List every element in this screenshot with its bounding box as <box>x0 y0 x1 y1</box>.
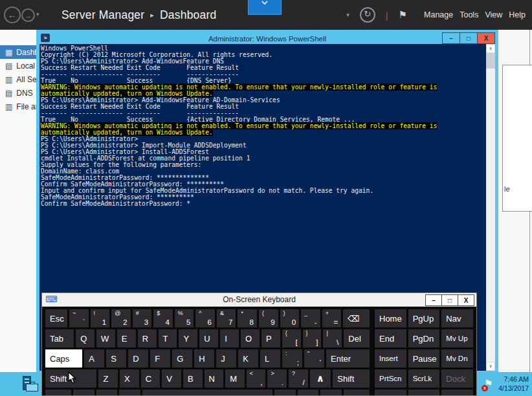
key-1[interactable]: !1 <box>91 309 110 327</box>
key-v[interactable]: V <box>162 369 181 388</box>
key-u[interactable]: U <box>199 329 218 347</box>
scrollbar-track[interactable] <box>486 69 495 362</box>
key-clipped[interactable] <box>45 390 71 396</box>
key-symbol[interactable]: {[ <box>282 329 301 347</box>
key-clipped[interactable] <box>320 390 342 396</box>
key-r[interactable]: R <box>138 329 157 347</box>
key-f[interactable]: F <box>150 349 170 368</box>
key-h[interactable]: H <box>194 349 214 368</box>
key-0[interactable]: )0 <box>280 309 300 327</box>
key-mv-up[interactable]: Mv Up <box>441 329 473 347</box>
key-y[interactable]: Y <box>179 329 197 347</box>
key-symbol[interactable]: ⌫ <box>343 309 370 327</box>
key-mv-dn[interactable]: Mv Dn <box>441 349 473 368</box>
key-symbol[interactable]: "' <box>304 349 324 368</box>
menu-tools[interactable]: Tools <box>460 10 478 19</box>
forward-icon[interactable]: → <box>21 8 35 22</box>
key-symbol[interactable]: :; <box>282 349 302 368</box>
breadcrumb-root[interactable]: Server Manager <box>61 8 144 22</box>
key-symbol[interactable]: }] <box>303 329 322 347</box>
scroll-up-icon[interactable]: ∧ <box>486 44 495 53</box>
osk-titlebar[interactable]: ⌨ On-Screen Keyboard – □ X <box>42 293 476 307</box>
key-symbol[interactable]: ?/ <box>289 369 308 388</box>
key-tab[interactable]: Tab <box>45 329 74 347</box>
taskbar-clock[interactable]: 7:46 AM 4/13/2017 <box>498 375 532 393</box>
key-clipped[interactable] <box>142 390 272 396</box>
back-icon[interactable]: ← <box>4 6 21 23</box>
sidebar-item-local-server[interactable]: ▤Local Server <box>0 59 40 72</box>
key-clipped[interactable] <box>441 390 473 396</box>
key-w[interactable]: W <box>96 329 115 347</box>
nav-dropdown-icon[interactable]: ▾ <box>36 11 39 17</box>
key-clipped[interactable] <box>96 390 118 396</box>
key-g[interactable]: G <box>172 349 192 368</box>
key-home[interactable]: Home <box>375 309 406 327</box>
key-symbol[interactable]: |\ <box>323 329 342 347</box>
key-clipped[interactable] <box>375 390 406 396</box>
key-clipped[interactable] <box>274 390 296 396</box>
osk-maximize-button[interactable]: □ <box>441 294 458 306</box>
key-enter[interactable]: Enter <box>326 349 370 368</box>
key-q[interactable]: Q <box>76 329 94 347</box>
key-d[interactable]: D <box>128 349 148 368</box>
refresh-icon[interactable]: ↻ <box>360 7 375 23</box>
osk-close-button[interactable]: X <box>458 294 474 306</box>
key-pgdn[interactable]: PgDn <box>408 329 440 347</box>
key-symbol[interactable]: ∧ <box>310 369 331 388</box>
dock-tab[interactable] <box>248 0 282 15</box>
key-x[interactable]: X <box>120 369 139 388</box>
sidebar-item-dns[interactable]: ▤DNS <box>0 86 40 100</box>
key-del[interactable]: Del <box>344 329 370 347</box>
key-8[interactable]: *8 <box>238 309 257 327</box>
scroll-down-icon[interactable]: ∨ <box>486 362 495 371</box>
key-symbol[interactable]: <, <box>247 369 266 388</box>
key-n[interactable]: N <box>205 369 224 388</box>
key-p[interactable]: P <box>261 329 280 347</box>
key-l[interactable]: L <box>260 349 280 368</box>
key-t[interactable]: T <box>159 329 177 347</box>
key-caps[interactable]: Caps <box>45 349 82 368</box>
key-clipped[interactable] <box>73 390 94 396</box>
key-6[interactable]: ^6 <box>195 309 215 327</box>
key-clipped[interactable] <box>344 390 370 396</box>
key-esc[interactable]: Esc <box>45 309 67 327</box>
key-9[interactable]: (9 <box>259 309 278 327</box>
key-clipped[interactable] <box>408 390 440 396</box>
osk-minimize-button[interactable]: – <box>425 294 442 306</box>
minimize-button[interactable]: – <box>442 32 460 44</box>
key-s[interactable]: S <box>106 349 126 368</box>
key-m[interactable]: M <box>225 369 245 388</box>
menu-manage[interactable]: Manage <box>424 10 453 19</box>
key-a[interactable]: A <box>84 349 104 368</box>
key-clipped[interactable] <box>298 390 319 396</box>
key-symbol[interactable]: _- <box>301 309 320 327</box>
sidebar-item-dashboard[interactable]: ▦Dashboard <box>0 45 40 59</box>
key-e[interactable]: E <box>117 329 136 347</box>
key-symbol[interactable]: >. <box>267 369 287 388</box>
key-4[interactable]: $4 <box>153 309 173 327</box>
server-manager-taskbar-icon[interactable] <box>21 376 38 392</box>
key-shift[interactable]: Shift <box>333 369 370 388</box>
key-k[interactable]: K <box>238 349 258 368</box>
key-7[interactable]: &7 <box>217 309 236 327</box>
console-scrollbar[interactable]: ∧ ∨ <box>486 44 495 371</box>
key-scrlk[interactable]: ScrLk <box>408 369 440 388</box>
key-5[interactable]: %5 <box>175 309 194 327</box>
key-symbol[interactable]: ~` <box>69 309 89 327</box>
key-2[interactable]: @2 <box>111 309 131 327</box>
scrollbar-thumb[interactable] <box>486 53 495 69</box>
key-prtscn[interactable]: PrtScn <box>375 369 406 388</box>
key-i[interactable]: I <box>220 329 239 347</box>
key-clipped[interactable] <box>119 390 140 396</box>
sidebar-item-file-and-storage-services[interactable]: ▥File and Storage Services <box>0 100 40 113</box>
breadcrumb-current[interactable]: Dashboard <box>160 8 216 22</box>
key-o[interactable]: O <box>241 329 260 347</box>
refresh-dropdown-icon[interactable]: ▾ <box>346 12 349 18</box>
key-3[interactable]: #3 <box>133 309 152 327</box>
key-nav[interactable]: Nav <box>441 309 473 327</box>
sidebar-item-all-servers[interactable]: ▥All Servers <box>0 72 40 86</box>
key-j[interactable]: J <box>216 349 236 368</box>
key-symbol[interactable]: += <box>322 309 342 327</box>
key-z[interactable]: Z <box>98 369 118 388</box>
menu-view[interactable]: View <box>485 10 502 19</box>
